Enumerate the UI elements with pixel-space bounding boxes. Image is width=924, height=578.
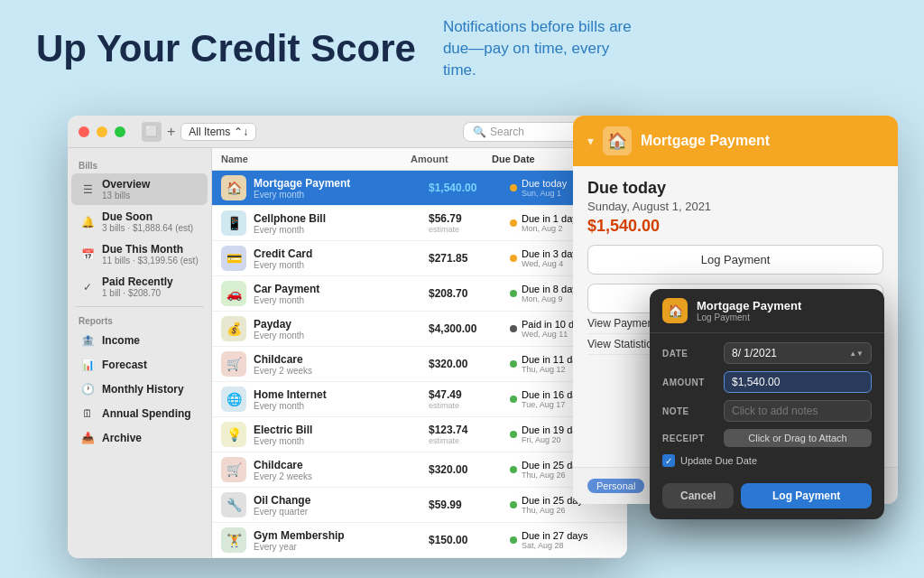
detail-due-label: Due today [587,179,883,198]
detail-amount: $1,540.00 [587,217,883,236]
bill-row[interactable]: 💳 Credit Card Every month $271.85 Due in… [212,241,627,276]
bill-row[interactable]: 🌐 Home Internet Every month $47.49 estim… [212,382,627,417]
bill-row[interactable]: 💰 Payday Every month $4,300.00 Paid in 1… [212,312,627,347]
bill-row[interactable]: 🚗 Car Payment Every month $208.70 Due in… [212,276,627,312]
due-soon-label: Due Soon [102,210,193,223]
search-bar[interactable]: 🔍 Search [463,122,589,142]
log-modal-body: DATE 8/ 1/2021 ▲▼ AMOUNT $1,540.00 NOTE … [650,333,884,476]
receipt-field-label: RECEIPT [662,434,716,443]
bill-info: 🔧 Oil Change Every quarter [221,492,429,517]
sidebar-item-forecast[interactable]: 📊 Forecast [71,353,208,377]
add-bill-button[interactable]: + [167,124,175,140]
bill-freq: Every year [254,542,345,552]
minimize-button[interactable] [97,126,107,137]
sidebar-toggle-icon[interactable]: ⬜ [142,122,162,142]
due-indicator [510,184,517,191]
detail-tag: Personal [587,479,644,493]
bill-info: 💰 Payday Every month [221,316,429,341]
annual-spending-icon: 🗓 [80,406,95,421]
detail-chevron-icon[interactable]: ▾ [587,134,594,148]
date-stepper[interactable]: ▲▼ [849,350,864,358]
bill-icon: 🛒 [221,457,246,482]
bill-amount-note: estimate [429,436,510,445]
bill-row[interactable]: 🔧 Oil Change Every quarter $59.99 Due in… [212,488,627,523]
bill-icon: 🔧 [221,492,246,517]
note-field-value[interactable]: Click to add notes [724,400,872,422]
sidebar-item-monthly-history[interactable]: 🕐 Monthly History [71,378,208,401]
archive-label: Archive [102,432,142,444]
bill-icon: 🏋️ [221,527,246,553]
annual-spending-label: Annual Spending [102,407,191,420]
bill-icon: 🚗 [221,281,246,306]
log-cancel-button[interactable]: Cancel [662,483,734,508]
bill-name: Cellphone Bill [254,212,326,225]
bill-name: Payday [254,318,304,331]
sidebar-item-due-soon[interactable]: 🔔 Due Soon 3 bills · $1,888.64 (est) [71,206,208,238]
sidebar-item-overview[interactable]: ☰ Overview 13 bills [71,173,208,205]
col-name: Name [221,154,411,164]
bill-amount: $4,300.00 [429,322,510,335]
bill-row[interactable]: 🏠 Mortgage Payment Every month $1,540.00… [212,171,627,206]
paid-recently-icon: ✓ [80,280,95,294]
log-modal-header: 🏠 Mortgage Payment Log Payment [650,289,884,333]
due-indicator [510,290,517,297]
due-this-month-sub: 11 bills · $3,199.56 (est) [102,256,199,266]
log-confirm-button[interactable]: Log Payment [741,483,872,508]
filter-dropdown[interactable]: All Items ⌃↓ [180,123,256,141]
sidebar-item-due-this-month[interactable]: 📅 Due This Month 11 bills · $3,199.56 (e… [71,238,208,270]
bills-list: 🏠 Mortgage Payment Every month $1,540.00… [212,171,627,558]
archive-icon: 📥 [80,431,95,445]
bill-name: Electric Bill [254,424,312,436]
bill-amount: $1,540.00 [429,182,510,194]
sidebar-item-archive[interactable]: 📥 Archive [71,426,208,450]
sidebar-item-income[interactable]: 🏦 Income [71,329,208,352]
amount-field-value[interactable]: $1,540.00 [724,371,872,393]
sidebar-item-paid-recently[interactable]: ✓ Paid Recently 1 bill · $208.70 [71,271,208,303]
bill-row[interactable]: 🏋️ Gym Membership Every year $150.00 Due… [212,523,627,558]
bill-row[interactable]: 🛒 Childcare Every 2 weeks $320.00 Due in… [212,347,627,382]
due-this-month-label: Due This Month [102,243,199,256]
update-due-checkbox[interactable]: ✓ [662,454,675,467]
due-sub: Sat, Aug 28 [522,541,587,550]
sidebar-item-annual-spending[interactable]: 🗓 Annual Spending [71,402,208,425]
due-indicator [510,466,517,473]
bill-info: 🛒 Childcare Every 2 weeks [221,457,429,482]
overview-icon: ☰ [80,182,95,197]
log-modal-footer: Cancel Log Payment [650,476,884,519]
bill-name: Gym Membership [254,529,345,542]
update-due-label: Update Due Date [680,455,757,466]
app-body: Bills ☰ Overview 13 bills 🔔 Due Soon 3 b… [68,148,627,558]
income-label: Income [102,334,140,347]
bill-row[interactable]: 💡 Electric Bill Every month $123.74 esti… [212,417,627,452]
bill-amount-note: estimate [429,401,510,410]
maximize-button[interactable] [115,126,125,137]
bill-icon: 🏠 [221,175,246,200]
receipt-attach-button[interactable]: Click or Drag to Attach [724,429,872,447]
bill-freq: Every month [254,436,312,446]
note-field-label: NOTE [662,406,716,416]
due-sub: Thu, Aug 26 [522,506,587,515]
log-payment-button[interactable]: Log Payment [587,245,883,275]
bill-row[interactable]: 🛒 Childcare Every 2 weeks $320.00 Due in… [212,452,627,488]
bill-amount: $59.99 [429,499,510,511]
log-modal-subtitle: Log Payment [697,312,801,322]
hero-header: Up Your Credit Score Notifications befor… [0,0,924,93]
bill-info: 📱 Cellphone Bill Every month [221,210,429,236]
detail-due-date: Sunday, August 1, 2021 [587,200,883,213]
table-header: Name Amount Due Date ↑ [212,148,627,171]
log-receipt-row: RECEIPT Click or Drag to Attach [662,429,872,447]
paid-recently-sub: 1 bill · $208.70 [102,288,173,298]
date-field-value[interactable]: 8/ 1/2021 ▲▼ [724,342,872,364]
bill-freq: Every month [254,331,304,340]
due-indicator [510,360,517,368]
search-icon: 🔍 [473,126,486,138]
bill-freq: Every month [254,260,312,270]
update-due-row: ✓ Update Due Date [662,454,872,467]
bill-freq: Every month [254,225,326,235]
bill-amount: $320.00 [429,358,510,370]
bill-amount: $56.79 [429,212,510,225]
hero-title: Up Your Credit Score [36,28,416,70]
close-button[interactable] [79,126,89,137]
log-modal-icon: 🏠 [662,298,688,323]
bill-row[interactable]: 📱 Cellphone Bill Every month $56.79 esti… [212,206,627,241]
